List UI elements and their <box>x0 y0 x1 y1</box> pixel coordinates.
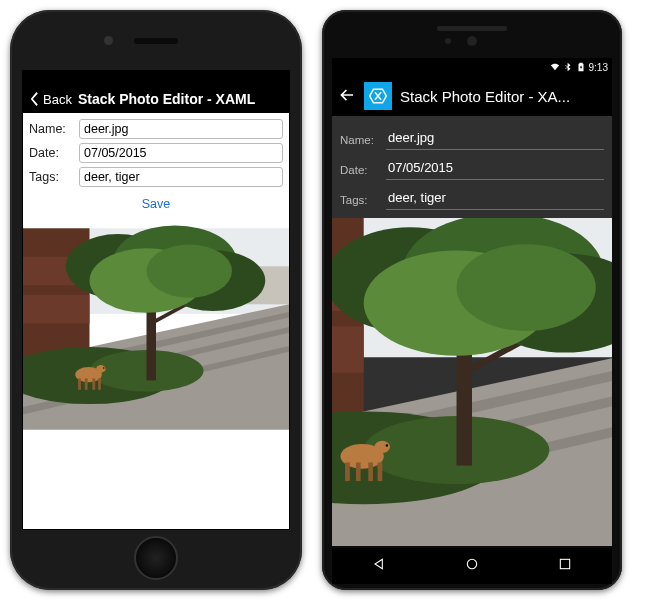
svg-rect-28 <box>561 559 570 568</box>
back-button[interactable] <box>338 86 356 107</box>
name-label: Name: <box>340 134 386 150</box>
page-title: Stack Photo Editor - XAML <box>78 91 255 107</box>
svg-point-27 <box>467 559 476 568</box>
xamarin-icon <box>369 87 387 105</box>
triangle-back-icon <box>371 556 387 572</box>
iphone-device-frame: Back Stack Photo Editor - XAML Name: Dat… <box>10 10 302 590</box>
date-input[interactable] <box>79 143 283 163</box>
date-row: Date: <box>29 141 283 165</box>
iphone-speaker <box>134 38 178 44</box>
name-input[interactable] <box>79 119 283 139</box>
tags-row: Tags: <box>340 182 604 212</box>
iphone-camera <box>104 36 113 45</box>
android-navbar <box>332 548 612 584</box>
chevron-left-icon <box>29 92 41 106</box>
tags-input[interactable] <box>79 167 283 187</box>
nav-back-button[interactable] <box>371 556 387 576</box>
battery-icon <box>576 62 586 72</box>
statusbar-time: 9:13 <box>589 62 608 73</box>
photo-illustration <box>23 223 289 435</box>
tags-input[interactable] <box>386 186 604 210</box>
android-camera <box>467 36 477 46</box>
tags-row: Tags: <box>29 165 283 189</box>
date-label: Date: <box>29 146 79 160</box>
nav-home-button[interactable] <box>464 556 480 576</box>
ios-form: Name: Date: Tags: Save <box>23 113 289 223</box>
android-statusbar: 9:13 <box>332 58 612 76</box>
square-recent-icon <box>557 556 573 572</box>
bluetooth-icon <box>563 62 573 72</box>
back-label: Back <box>43 92 72 107</box>
wifi-icon <box>550 62 560 72</box>
app-logo <box>364 82 392 110</box>
ios-statusbar <box>23 71 289 87</box>
svg-marker-26 <box>375 559 382 568</box>
nav-recent-button[interactable] <box>557 556 573 576</box>
back-button[interactable]: Back <box>29 92 72 107</box>
photo-image <box>23 223 289 435</box>
tags-label: Tags: <box>29 170 79 184</box>
iphone-screen: Back Stack Photo Editor - XAML Name: Dat… <box>22 70 290 530</box>
circle-home-icon <box>464 556 480 572</box>
date-input[interactable] <box>386 156 604 180</box>
android-speaker <box>437 26 507 31</box>
name-label: Name: <box>29 122 79 136</box>
photo-illustration <box>332 218 612 546</box>
tags-label: Tags: <box>340 194 386 210</box>
name-row: Name: <box>340 122 604 152</box>
ios-navbar: Back Stack Photo Editor - XAML <box>23 87 289 113</box>
android-form: Name: Date: Tags: <box>332 116 612 218</box>
android-device-frame: 9:13 Stack Photo Editor - XA... Name: <box>322 10 622 590</box>
date-row: Date: <box>340 152 604 182</box>
save-button[interactable]: Save <box>29 189 283 219</box>
home-button[interactable] <box>134 536 178 580</box>
arrow-left-icon <box>338 86 356 104</box>
android-appbar: Stack Photo Editor - XA... <box>332 76 612 116</box>
name-row: Name: <box>29 117 283 141</box>
page-title: Stack Photo Editor - XA... <box>400 88 606 105</box>
android-screen: 9:13 Stack Photo Editor - XA... Name: <box>332 58 612 546</box>
photo-image <box>332 218 612 546</box>
date-label: Date: <box>340 164 386 180</box>
name-input[interactable] <box>386 126 604 150</box>
